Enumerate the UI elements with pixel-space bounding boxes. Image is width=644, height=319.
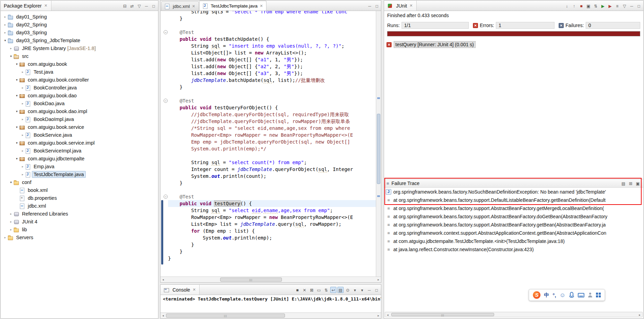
code-line[interactable]: } [168, 15, 376, 22]
scrollbar-thumb[interactable] [220, 278, 282, 282]
filter-stack-trace-icon[interactable]: ▤ [620, 180, 627, 186]
expand-toggle-icon[interactable] [20, 86, 25, 89]
tree-item-junit-4[interactable]: JUnit 4 [1, 218, 158, 225]
tree-item-day02-spring[interactable]: day02_Spring [1, 21, 158, 28]
maximize-icon[interactable]: □ [373, 287, 380, 293]
previous-failed-test-icon[interactable]: ↑ [571, 3, 577, 9]
code-line[interactable]: @Test [168, 29, 376, 36]
tree-item-db-properties[interactable]: db.properties [1, 194, 158, 202]
code-line[interactable]: @Test [168, 193, 376, 200]
scroll-left-icon[interactable] [160, 313, 166, 318]
expand-toggle-icon[interactable] [3, 15, 8, 19]
code-line[interactable]: List<Object[]> list = new ArrayList<>(); [168, 49, 376, 56]
expand-toggle-icon[interactable] [14, 157, 19, 160]
code-line[interactable]: RowMapper<Emp> rowMapper = new BeanPrope… [168, 214, 376, 221]
next-failed-test-icon[interactable]: ↓ [564, 3, 570, 9]
expand-toggle-icon[interactable] [9, 54, 13, 58]
code-line[interactable]: list.add(new Object[] {"a2", 2, "男"}); [168, 63, 376, 70]
close-icon[interactable] [192, 4, 196, 9]
trace-line[interactable]: at org.springframework.beans.factory.sup… [384, 221, 643, 229]
code-line[interactable]: //jdbcTemplate.queryForObject(sql, requi… [168, 111, 376, 118]
expand-toggle-icon[interactable] [3, 23, 8, 26]
terminate-icon[interactable]: ■ [294, 287, 300, 293]
code-line[interactable]: jdbcTemplate.batchUpdate(sql, list);//批量… [168, 77, 376, 84]
expand-toggle-icon[interactable] [9, 220, 13, 223]
show-trace-in-console-icon[interactable]: ▣ [635, 180, 641, 186]
code-line[interactable]: } [168, 255, 376, 262]
code-line[interactable]: } [168, 241, 376, 248]
expand-toggle-icon[interactable] [9, 212, 13, 216]
expand-toggle-icon[interactable] [9, 47, 13, 50]
trace-line[interactable]: at org.springframework.beans.factory.sup… [384, 204, 643, 212]
tree-item-com-atguigu-book-dao-impl[interactable]: com.atguigu.book.dao.impl [1, 107, 158, 115]
code-line[interactable]: for (Emp emp : list) { [168, 228, 376, 234]
console-tab[interactable]: Console [160, 285, 200, 295]
console-horizontal-scrollbar[interactable] [160, 312, 381, 318]
code-line[interactable]: String sql = "insert into emp values(nul… [168, 42, 376, 49]
close-icon[interactable] [259, 4, 263, 8]
sogou-logo-icon[interactable]: S [533, 291, 540, 299]
tree-item-lib[interactable]: lib [1, 225, 158, 233]
editor-gutter[interactable] [160, 11, 168, 277]
toolbox-icon[interactable] [596, 293, 601, 297]
minimize-icon[interactable]: ─ [629, 3, 635, 9]
tree-item-src[interactable]: src [1, 52, 158, 60]
close-icon[interactable] [44, 3, 48, 8]
soft-keyboard-icon[interactable] [578, 293, 584, 297]
code-line[interactable]: //jdbcTemplate.queryForObject(sql, rowMa… [168, 118, 376, 125]
collapse-all-icon[interactable]: ⊟ [122, 3, 128, 9]
test-result-testquery[interactable]: testQuery [Runner: JUnit 4] (0.001 s) [384, 40, 643, 49]
rerun-test-icon[interactable]: ▶ [600, 3, 606, 9]
close-icon[interactable] [409, 3, 413, 8]
show-on-stdout-icon[interactable]: ▤ [337, 287, 344, 293]
code-line[interactable] [168, 186, 376, 193]
scroll-right-icon[interactable] [376, 313, 381, 318]
scrollbar-thumb[interactable] [391, 313, 494, 316]
scroll-left-icon[interactable] [160, 277, 166, 282]
code-line[interactable]: Integer count = jdbcTemplate.queryForObj… [168, 166, 376, 173]
trace-line[interactable]: org.springframework.beans.factory.NoSuch… [384, 188, 643, 196]
code-line[interactable]: RowMapper<Emp> rowMapper = new BeanPrope… [168, 132, 376, 138]
minimize-icon[interactable]: ─ [367, 3, 373, 9]
expand-toggle-icon[interactable] [20, 102, 25, 105]
close-icon[interactable] [192, 287, 196, 292]
scroll-right-icon[interactable] [376, 277, 381, 282]
tree-item-referenced-libraries[interactable]: Referenced Libraries [1, 210, 158, 218]
code-line[interactable]: List<Emp> list = jdbcTemplate.query(sql,… [168, 221, 376, 228]
tree-item-testjdbctemplate-java[interactable]: TestJdbcTemplate.java [1, 170, 158, 178]
code-line[interactable]: String sql = "select eid,ename,age,sex f… [168, 207, 376, 214]
rerun-failures-icon[interactable]: ▶ [607, 3, 613, 9]
junit-tab[interactable]: JUnit [384, 1, 417, 11]
clear-console-icon[interactable]: ▭ [316, 287, 322, 293]
stop-test-icon[interactable]: ■ [578, 3, 584, 9]
show-failures-only-icon[interactable]: ▣ [585, 3, 592, 9]
maximize-icon[interactable]: □ [636, 3, 642, 9]
occurrence-marker[interactable] [377, 97, 380, 99]
tree-item-bookdao-java[interactable]: BookDao.java [1, 99, 158, 107]
tree-item-emp-java[interactable]: Emp.java [1, 162, 158, 170]
view-menu-icon[interactable]: ▽ [136, 3, 142, 9]
scroll-lock-icon[interactable]: ⇅ [323, 287, 329, 293]
tree-item-com-atguigu-book-dao[interactable]: com.atguigu.book.dao [1, 91, 158, 99]
tree-item-bookdaoimpl-java[interactable]: BookDaoImpl.java [1, 115, 158, 123]
tree-item-com-atguigu-book-service-impl[interactable]: com.atguigu.book.service.impl [1, 139, 158, 147]
tree-item-jre-system-library[interactable]: JRE System Library [JavaSE-1.8] [1, 44, 158, 52]
code-line[interactable]: list.add(new Object[] {"a1", 1, "男"}); [168, 56, 376, 63]
tree-item-bookserviceimpl-java[interactable]: BookServiceImpl.java [1, 147, 158, 155]
trace-line[interactable]: at org.springframework.beans.factory.sup… [384, 212, 643, 221]
code-line[interactable]: System.out.println(emp); [168, 234, 376, 241]
code-line[interactable]: @Test [168, 97, 376, 104]
code-line[interactable]: Emp emp = jdbcTemplate.queryForObject(sq… [168, 138, 376, 145]
view-menu-icon[interactable]: ▽ [621, 3, 628, 9]
code-line[interactable]: public void testBatchUpdate() { [168, 36, 376, 42]
maximize-icon[interactable]: □ [374, 3, 380, 9]
fold-marker-icon[interactable] [164, 30, 168, 34]
code-line[interactable]: } [168, 84, 376, 90]
code-line[interactable]: System.out.println(emp);*/ [168, 145, 376, 152]
trace-line[interactable]: at com.atguigu.jdbctempalte.TestJdbcTemp… [384, 237, 643, 245]
minimize-icon[interactable]: ─ [366, 287, 372, 293]
expand-toggle-icon[interactable] [20, 133, 25, 137]
code-line[interactable] [168, 22, 376, 29]
tab-jdbc-xml[interactable]: jdbc.xml [161, 1, 199, 11]
account-icon[interactable] [588, 293, 593, 297]
